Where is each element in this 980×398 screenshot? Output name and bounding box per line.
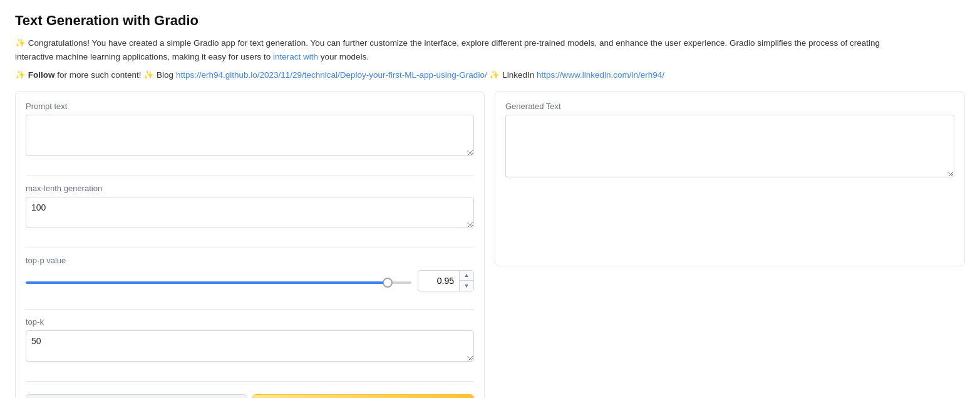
top-k-textarea[interactable]: 50 bbox=[26, 330, 474, 362]
main-layout: Prompt text ⤡ max-lenth generation 100 ⤡… bbox=[15, 91, 965, 398]
prompt-textarea[interactable] bbox=[26, 115, 474, 156]
description-text: ✨ Congratulations! You have created a si… bbox=[15, 36, 892, 63]
top-p-spinner: ▲ ▼ bbox=[418, 270, 474, 291]
prompt-textarea-wrapper: ⤡ bbox=[26, 115, 474, 158]
blog-link[interactable]: https://erh94.github.io/2023/11/29/techn… bbox=[176, 70, 487, 80]
top-p-field-group: top-p value ▲ ▼ bbox=[26, 256, 474, 291]
prompt-label: Prompt text bbox=[26, 102, 474, 111]
top-p-slider[interactable] bbox=[26, 281, 411, 284]
divider-1 bbox=[26, 175, 474, 176]
top-p-number-input[interactable] bbox=[418, 273, 459, 288]
generated-textarea[interactable] bbox=[505, 115, 954, 177]
top-k-textarea-wrapper: 50 ⤡ bbox=[26, 330, 474, 364]
top-k-label: top-k bbox=[26, 317, 474, 327]
max-length-textarea[interactable]: 100 bbox=[26, 197, 474, 228]
page-title: Text Generation with Gradio bbox=[15, 13, 965, 29]
max-length-field-group: max-lenth generation 100 ⤡ bbox=[26, 184, 474, 230]
left-panel: Prompt text ⤡ max-lenth generation 100 ⤡… bbox=[15, 91, 485, 398]
divider-2 bbox=[26, 248, 474, 248]
submit-button[interactable]: Submit bbox=[252, 394, 474, 398]
clear-button[interactable]: Clear bbox=[26, 394, 247, 398]
buttons-row: Clear Submit bbox=[26, 394, 474, 398]
right-panel: Generated Text ⤡ bbox=[495, 91, 965, 266]
top-p-slider-container bbox=[26, 276, 411, 286]
top-p-slider-row: ▲ ▼ bbox=[26, 270, 474, 291]
top-p-label: top-p value bbox=[26, 256, 474, 265]
divider-4 bbox=[26, 381, 474, 382]
follow-line: ✨ Follow for more such content! ✨ Blog h… bbox=[15, 70, 965, 80]
prompt-field-group: Prompt text ⤡ bbox=[26, 102, 474, 158]
divider-3 bbox=[26, 309, 474, 310]
linkedin-link[interactable]: https://www.linkedin.com/in/erh94/ bbox=[537, 70, 664, 80]
generated-textarea-wrapper: ⤡ bbox=[505, 115, 954, 179]
top-k-field-group: top-k 50 ⤡ bbox=[26, 317, 474, 364]
max-length-textarea-wrapper: 100 ⤡ bbox=[26, 197, 474, 230]
max-length-label: max-lenth generation bbox=[26, 184, 474, 193]
top-p-decrement[interactable]: ▼ bbox=[460, 281, 473, 291]
top-p-increment[interactable]: ▲ bbox=[460, 271, 473, 281]
generated-label: Generated Text bbox=[505, 102, 954, 111]
top-p-spinner-buttons: ▲ ▼ bbox=[459, 271, 473, 291]
